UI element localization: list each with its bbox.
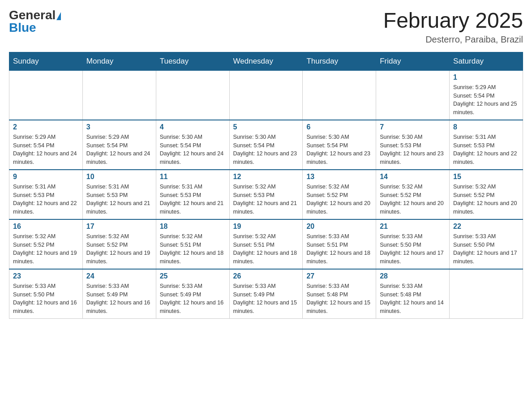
calendar-cell: 24Sunrise: 5:33 AMSunset: 5:49 PMDayligh… [82,269,156,319]
calendar-cell: 6Sunrise: 5:30 AMSunset: 5:54 PMDaylight… [303,120,376,170]
day-info: Sunrise: 5:32 AMSunset: 5:52 PMDaylight:… [453,183,519,216]
day-number: 2 [13,123,79,131]
calendar-cell: 9Sunrise: 5:31 AMSunset: 5:53 PMDaylight… [9,170,83,219]
calendar-subtitle: Desterro, Paraiba, Brazil [383,34,523,45]
calendar-cell: 18Sunrise: 5:32 AMSunset: 5:51 PMDayligh… [156,219,229,269]
day-info: Sunrise: 5:29 AMSunset: 5:54 PMDaylight:… [13,133,79,167]
day-info: Sunrise: 5:31 AMSunset: 5:53 PMDaylight:… [453,133,519,167]
calendar-cell: 19Sunrise: 5:32 AMSunset: 5:51 PMDayligh… [229,219,303,269]
header-day-thursday: Thursday [303,52,376,70]
calendar-cell: 12Sunrise: 5:32 AMSunset: 5:53 PMDayligh… [229,170,303,219]
day-info: Sunrise: 5:31 AMSunset: 5:53 PMDaylight:… [13,183,79,216]
day-number: 6 [306,123,372,131]
day-info: Sunrise: 5:33 AMSunset: 5:49 PMDaylight:… [233,282,299,316]
calendar-cell: 7Sunrise: 5:30 AMSunset: 5:53 PMDaylight… [376,120,450,170]
day-info: Sunrise: 5:30 AMSunset: 5:54 PMDaylight:… [160,133,226,167]
calendar-week-row: 2Sunrise: 5:29 AMSunset: 5:54 PMDaylight… [9,120,523,170]
day-info: Sunrise: 5:33 AMSunset: 5:48 PMDaylight:… [306,282,372,316]
header-day-friday: Friday [376,52,450,70]
calendar-week-row: 23Sunrise: 5:33 AMSunset: 5:50 PMDayligh… [9,269,523,319]
calendar-week-row: 16Sunrise: 5:32 AMSunset: 5:52 PMDayligh… [9,219,523,269]
calendar-cell: 16Sunrise: 5:32 AMSunset: 5:52 PMDayligh… [9,219,83,269]
calendar-cell: 28Sunrise: 5:33 AMSunset: 5:48 PMDayligh… [376,269,450,319]
calendar-cell [82,70,156,120]
day-number: 13 [306,173,372,181]
day-number: 27 [306,272,372,280]
page-header: General Blue February 2025 Desterro, Par… [9,9,523,45]
header-day-saturday: Saturday [450,52,523,70]
day-number: 25 [160,272,226,280]
calendar-cell: 3Sunrise: 5:29 AMSunset: 5:54 PMDaylight… [82,120,156,170]
day-info: Sunrise: 5:29 AMSunset: 5:54 PMDaylight:… [453,83,519,117]
header-day-wednesday: Wednesday [229,52,303,70]
calendar-header-row: SundayMondayTuesdayWednesdayThursdayFrid… [9,52,523,70]
day-number: 3 [86,123,152,131]
day-info: Sunrise: 5:31 AMSunset: 5:53 PMDaylight:… [86,183,152,216]
calendar-week-row: 9Sunrise: 5:31 AMSunset: 5:53 PMDaylight… [9,170,523,219]
logo-blue-text: Blue [9,21,36,34]
day-info: Sunrise: 5:33 AMSunset: 5:49 PMDaylight:… [160,282,226,316]
day-number: 10 [86,173,152,181]
calendar-cell: 17Sunrise: 5:32 AMSunset: 5:52 PMDayligh… [82,219,156,269]
calendar-cell: 11Sunrise: 5:31 AMSunset: 5:53 PMDayligh… [156,170,229,219]
calendar-cell: 15Sunrise: 5:32 AMSunset: 5:52 PMDayligh… [450,170,523,219]
calendar-table: SundayMondayTuesdayWednesdayThursdayFrid… [9,52,523,319]
day-number: 20 [306,223,372,231]
calendar-cell: 25Sunrise: 5:33 AMSunset: 5:49 PMDayligh… [156,269,229,319]
day-number: 18 [160,223,226,231]
day-number: 14 [380,173,446,181]
day-number: 1 [453,73,519,81]
day-number: 23 [13,272,79,280]
title-block: February 2025 Desterro, Paraiba, Brazil [383,9,523,45]
day-info: Sunrise: 5:33 AMSunset: 5:51 PMDaylight:… [306,232,372,266]
calendar-cell: 26Sunrise: 5:33 AMSunset: 5:49 PMDayligh… [229,269,303,319]
day-info: Sunrise: 5:29 AMSunset: 5:54 PMDaylight:… [86,133,152,167]
logo-general-text: General [9,8,61,22]
day-number: 7 [380,123,446,131]
calendar-cell: 21Sunrise: 5:33 AMSunset: 5:50 PMDayligh… [376,219,450,269]
day-info: Sunrise: 5:32 AMSunset: 5:52 PMDaylight:… [86,232,152,266]
day-number: 15 [453,173,519,181]
logo-text: General [9,9,61,21]
day-number: 19 [233,223,299,231]
day-number: 4 [160,123,226,131]
calendar-cell: 1Sunrise: 5:29 AMSunset: 5:54 PMDaylight… [450,70,523,120]
calendar-cell [9,70,83,120]
calendar-cell [376,70,450,120]
day-info: Sunrise: 5:32 AMSunset: 5:52 PMDaylight:… [306,183,372,216]
calendar-cell: 8Sunrise: 5:31 AMSunset: 5:53 PMDaylight… [450,120,523,170]
day-info: Sunrise: 5:33 AMSunset: 5:50 PMDaylight:… [453,232,519,266]
day-number: 5 [233,123,299,131]
header-day-sunday: Sunday [9,52,83,70]
calendar-cell: 20Sunrise: 5:33 AMSunset: 5:51 PMDayligh… [303,219,376,269]
calendar-cell [303,70,376,120]
day-info: Sunrise: 5:30 AMSunset: 5:54 PMDaylight:… [233,133,299,167]
calendar-cell: 2Sunrise: 5:29 AMSunset: 5:54 PMDaylight… [9,120,83,170]
calendar-title: February 2025 [383,9,523,33]
calendar-cell: 14Sunrise: 5:32 AMSunset: 5:52 PMDayligh… [376,170,450,219]
day-number: 9 [13,173,79,181]
day-number: 26 [233,272,299,280]
calendar-cell [229,70,303,120]
day-info: Sunrise: 5:33 AMSunset: 5:48 PMDaylight:… [380,282,446,316]
day-info: Sunrise: 5:33 AMSunset: 5:50 PMDaylight:… [380,232,446,266]
day-number: 21 [380,223,446,231]
day-info: Sunrise: 5:32 AMSunset: 5:51 PMDaylight:… [233,232,299,266]
day-info: Sunrise: 5:32 AMSunset: 5:52 PMDaylight:… [13,232,79,266]
day-number: 16 [13,223,79,231]
calendar-cell: 27Sunrise: 5:33 AMSunset: 5:48 PMDayligh… [303,269,376,319]
day-number: 11 [160,173,226,181]
day-number: 8 [453,123,519,131]
day-number: 12 [233,173,299,181]
calendar-cell [450,269,523,319]
day-number: 28 [380,272,446,280]
day-info: Sunrise: 5:30 AMSunset: 5:53 PMDaylight:… [380,133,446,167]
calendar-cell [156,70,229,120]
day-info: Sunrise: 5:32 AMSunset: 5:51 PMDaylight:… [160,232,226,266]
day-number: 22 [453,223,519,231]
day-info: Sunrise: 5:32 AMSunset: 5:52 PMDaylight:… [380,183,446,216]
day-info: Sunrise: 5:33 AMSunset: 5:50 PMDaylight:… [13,282,79,316]
day-info: Sunrise: 5:31 AMSunset: 5:53 PMDaylight:… [160,183,226,216]
calendar-cell: 13Sunrise: 5:32 AMSunset: 5:52 PMDayligh… [303,170,376,219]
calendar-cell: 10Sunrise: 5:31 AMSunset: 5:53 PMDayligh… [82,170,156,219]
